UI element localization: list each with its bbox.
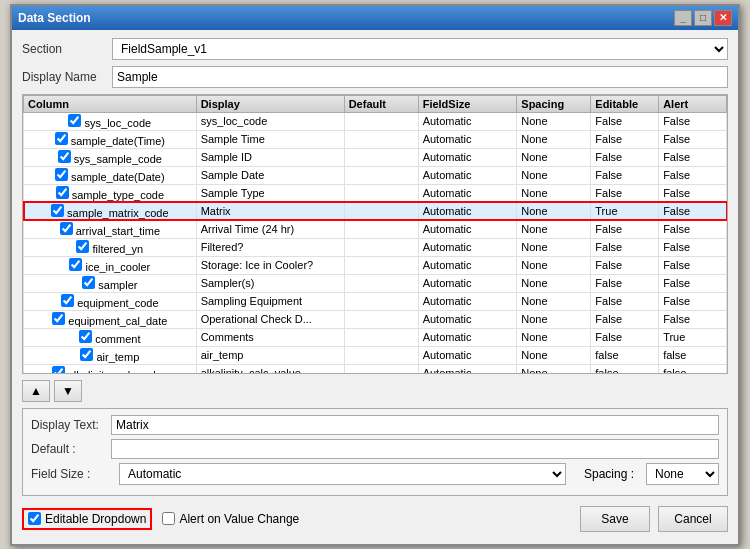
row-checkbox[interactable] <box>68 114 81 127</box>
table-row[interactable]: sample_date(Time) Sample Time Automatic … <box>24 130 727 148</box>
table-row[interactable]: arrival_start_time Arrival Time (24 hr) … <box>24 220 727 238</box>
row-alert: False <box>659 202 727 220</box>
row-checkbox-cell: sample_matrix_code <box>24 202 197 220</box>
row-alert: False <box>659 148 727 166</box>
section-row: Section FieldSample_v1 <box>22 38 728 60</box>
table-row[interactable]: sample_type_code Sample Type Automatic N… <box>24 184 727 202</box>
row-editable: False <box>591 112 659 130</box>
row-checkbox[interactable] <box>55 168 68 181</box>
row-editable: False <box>591 184 659 202</box>
table-row[interactable]: sample_matrix_code Matrix Automatic None… <box>24 202 727 220</box>
alert-value-change-checkbox[interactable] <box>162 512 175 525</box>
row-alert: False <box>659 130 727 148</box>
row-checkbox[interactable] <box>55 132 68 145</box>
col-header-alert: Alert <box>659 95 727 112</box>
row-alert: false <box>659 346 727 364</box>
table-row[interactable]: alkalinity_calc_value alkalinity_calc_va… <box>24 364 727 374</box>
table-row[interactable]: sampler Sampler(s) Automatic None False … <box>24 274 727 292</box>
row-checkbox-cell: alkalinity_calc_value <box>24 364 197 374</box>
table-body: sys_loc_code sys_loc_code Automatic None… <box>24 112 727 374</box>
footer-left: Editable Dropdown Alert on Value Change <box>22 508 299 530</box>
section-select[interactable]: FieldSample_v1 <box>112 38 728 60</box>
row-editable: False <box>591 292 659 310</box>
row-checkbox-cell: equipment_code <box>24 292 197 310</box>
window-title: Data Section <box>18 11 91 25</box>
row-checkbox[interactable] <box>58 150 71 163</box>
row-editable: False <box>591 256 659 274</box>
display-text-label: Display Text: <box>31 418 111 432</box>
display-name-input[interactable] <box>112 66 728 88</box>
row-checkbox[interactable] <box>60 222 73 235</box>
spacing-select[interactable]: None Small Medium Large <box>646 463 719 485</box>
row-checkbox[interactable] <box>76 240 89 253</box>
row-spacing: None <box>517 112 591 130</box>
row-fieldsize: Automatic <box>418 310 517 328</box>
move-down-button[interactable]: ▼ <box>54 380 82 402</box>
row-checkbox[interactable] <box>52 312 65 325</box>
col-header-fieldsize: FieldSize <box>418 95 517 112</box>
row-checkbox-cell: equipment_cal_date <box>24 310 197 328</box>
row-checkbox-cell: sample_date(Date) <box>24 166 197 184</box>
row-fieldsize: Automatic <box>418 256 517 274</box>
table-row[interactable]: filtered_yn Filtered? Automatic None Fal… <box>24 238 727 256</box>
row-editable: False <box>591 328 659 346</box>
row-spacing: None <box>517 148 591 166</box>
row-checkbox[interactable] <box>82 276 95 289</box>
row-display: Filtered? <box>196 238 344 256</box>
row-checkbox[interactable] <box>56 186 69 199</box>
footer-row: Editable Dropdown Alert on Value Change … <box>22 502 728 536</box>
row-column: sample_date(Date) <box>71 171 165 183</box>
save-button[interactable]: Save <box>580 506 650 532</box>
row-fieldsize: Automatic <box>418 364 517 374</box>
table-row[interactable]: equipment_code Sampling Equipment Automa… <box>24 292 727 310</box>
row-column: sample_matrix_code <box>67 207 169 219</box>
row-display: Sample Time <box>196 130 344 148</box>
row-spacing: None <box>517 292 591 310</box>
row-column: equipment_cal_date <box>68 315 167 327</box>
table-row[interactable]: sys_loc_code sys_loc_code Automatic None… <box>24 112 727 130</box>
row-editable: False <box>591 220 659 238</box>
row-checkbox[interactable] <box>52 366 65 374</box>
title-bar: Data Section _ □ ✕ <box>12 6 738 30</box>
bottom-section: Display Text: Default : Field Size : Aut… <box>22 408 728 496</box>
close-button[interactable]: ✕ <box>714 10 732 26</box>
row-alert: False <box>659 238 727 256</box>
row-editable: False <box>591 238 659 256</box>
col-header-column: Column <box>24 95 197 112</box>
table-row[interactable]: air_temp air_temp Automatic None false f… <box>24 346 727 364</box>
row-fieldsize: Automatic <box>418 166 517 184</box>
data-table: Column Display Default FieldSize Spacing… <box>23 95 727 374</box>
maximize-button[interactable]: □ <box>694 10 712 26</box>
row-default <box>344 220 418 238</box>
row-spacing: None <box>517 184 591 202</box>
minimize-button[interactable]: _ <box>674 10 692 26</box>
default-input[interactable] <box>111 439 719 459</box>
row-fieldsize: Automatic <box>418 292 517 310</box>
title-bar-buttons: _ □ ✕ <box>674 10 732 26</box>
table-row[interactable]: ice_in_cooler Storage: Ice in Cooler? Au… <box>24 256 727 274</box>
table-row[interactable]: comment Comments Automatic None False Tr… <box>24 328 727 346</box>
row-checkbox[interactable] <box>51 204 64 217</box>
default-label: Default : <box>31 442 111 456</box>
row-checkbox[interactable] <box>69 258 82 271</box>
move-up-button[interactable]: ▲ <box>22 380 50 402</box>
row-default <box>344 292 418 310</box>
row-spacing: None <box>517 274 591 292</box>
row-checkbox[interactable] <box>80 348 93 361</box>
row-checkbox[interactable] <box>61 294 74 307</box>
row-alert: False <box>659 274 727 292</box>
row-column: air_temp <box>96 351 139 363</box>
table-row[interactable]: equipment_cal_date Operational Check D..… <box>24 310 727 328</box>
row-editable: false <box>591 346 659 364</box>
cancel-button[interactable]: Cancel <box>658 506 728 532</box>
alert-value-change-label[interactable]: Alert on Value Change <box>162 512 299 526</box>
editable-dropdown-checkbox[interactable] <box>28 512 41 525</box>
row-checkbox[interactable] <box>79 330 92 343</box>
table-row[interactable]: sample_date(Date) Sample Date Automatic … <box>24 166 727 184</box>
table-row[interactable]: sys_sample_code Sample ID Automatic None… <box>24 148 727 166</box>
col-header-editable: Editable <box>591 95 659 112</box>
row-column: alkalinity_calc_value <box>68 369 168 374</box>
fieldsize-select[interactable]: Automatic Small Medium Large <box>119 463 566 485</box>
row-spacing: None <box>517 130 591 148</box>
display-text-input[interactable] <box>111 415 719 435</box>
